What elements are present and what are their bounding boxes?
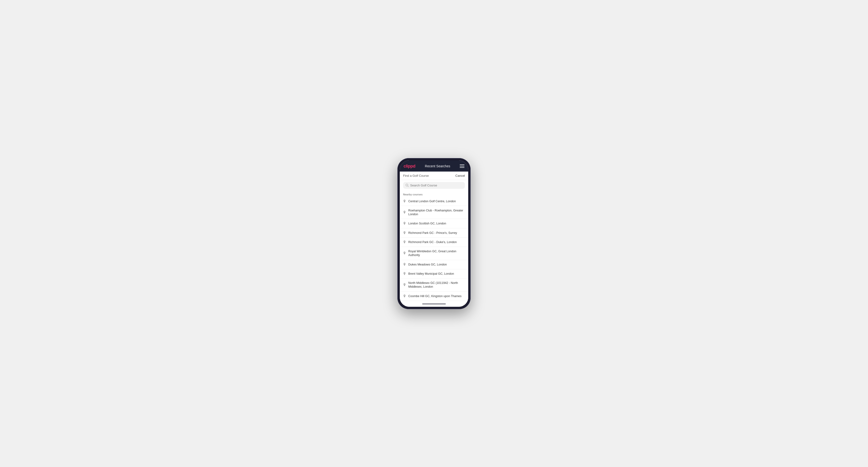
home-bar — [422, 304, 446, 304]
search-icon — [405, 184, 409, 187]
course-name: North Middlesex GC (1011942 - North Midd… — [408, 281, 465, 289]
course-name: Dukes Meadows GC, London — [408, 262, 447, 267]
pin-icon — [403, 252, 406, 255]
section-label: Nearby courses — [400, 191, 468, 197]
phone-screen: clippd Recent Searches Find a Golf Cours… — [400, 160, 468, 307]
find-label: Find a Golf Course — [403, 174, 429, 178]
cancel-button[interactable]: Cancel — [456, 174, 465, 178]
pin-icon — [403, 263, 406, 266]
search-bar — [400, 180, 468, 191]
pin-icon — [403, 222, 406, 225]
course-name: Royal Wimbledon GC, Great London Authori… — [408, 249, 465, 257]
pin-icon — [403, 294, 406, 298]
course-name: London Scottish GC, London — [408, 222, 446, 225]
course-name: Roehampton Club - Roehampton, Greater Lo… — [408, 209, 465, 216]
search-input-wrapper — [403, 182, 465, 189]
list-item[interactable]: North Middlesex GC (1011942 - North Midd… — [400, 278, 468, 292]
list-item[interactable]: Dukes Meadows GC, London — [400, 260, 468, 269]
svg-line-1 — [408, 186, 409, 187]
list-item[interactable]: Royal Wimbledon GC, Great London Authori… — [400, 247, 468, 260]
pin-icon — [403, 231, 406, 235]
home-indicator — [400, 301, 468, 307]
list-item[interactable]: Roehampton Club - Roehampton, Greater Lo… — [400, 206, 468, 219]
phone-frame: clippd Recent Searches Find a Golf Cours… — [397, 158, 471, 309]
find-bar: Find a Golf Course Cancel — [400, 172, 468, 180]
pin-icon — [403, 199, 406, 203]
app-header: clippd Recent Searches — [400, 160, 468, 172]
course-name: Richmond Park GC - Prince's, Surrey — [408, 231, 457, 235]
courses-container: Nearby courses Central London Golf Centr… — [400, 191, 468, 301]
list-item[interactable]: Richmond Park GC - Prince's, Surrey — [400, 228, 468, 238]
course-name: Central London Golf Centre, London — [408, 199, 456, 203]
menu-icon[interactable] — [460, 164, 464, 168]
pin-icon — [403, 272, 406, 275]
list-item[interactable]: London Scottish GC, London — [400, 219, 468, 228]
course-name: Brent Valley Municipal GC, London — [408, 272, 454, 276]
pin-icon — [403, 283, 406, 286]
header-title: Recent Searches — [425, 164, 450, 168]
list-item[interactable]: Richmond Park GC - Duke's, London — [400, 238, 468, 247]
app-logo: clippd — [404, 164, 415, 169]
pin-icon — [403, 241, 406, 244]
list-item[interactable]: Brent Valley Municipal GC, London — [400, 269, 468, 278]
pin-icon — [403, 211, 406, 214]
search-input[interactable] — [410, 184, 463, 187]
courses-list: Central London Golf Centre, London Roeha… — [400, 197, 468, 301]
list-item[interactable]: Coombe Hill GC, Kingston upon Thames — [400, 292, 468, 301]
course-name: Richmond Park GC - Duke's, London — [408, 240, 457, 244]
course-name: Coombe Hill GC, Kingston upon Thames — [408, 294, 462, 298]
list-item[interactable]: Central London Golf Centre, London — [400, 197, 468, 206]
